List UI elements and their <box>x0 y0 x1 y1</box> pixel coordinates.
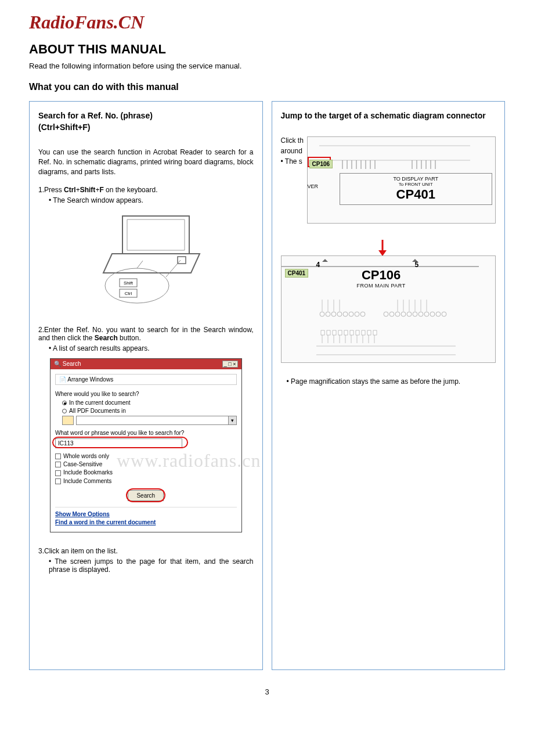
right-card-title: Jump to the target of a schematic diagra… <box>281 110 496 122</box>
cp106-big-label: CP106 <box>357 268 406 283</box>
step2-prefix: 2.Enter the Ref. No. you want to search … <box>38 326 254 342</box>
svg-rect-75 <box>344 330 348 335</box>
page-num-4: 4 <box>316 261 320 269</box>
what-search-label: What word or phrase would you like to se… <box>55 430 237 436</box>
find-word-link[interactable]: Find a word in the current document <box>55 519 237 525</box>
step1-suffix: on the keyboard. <box>104 186 158 194</box>
two-column-layout: www.radiofans.cn Search for a Ref. No. (… <box>29 101 505 670</box>
svg-point-38 <box>384 312 388 316</box>
svg-rect-72 <box>327 330 330 335</box>
schematic-illustration: Click th ed box around • The s <box>281 136 496 369</box>
svg-point-30 <box>320 312 324 316</box>
radio-current-doc[interactable]: In the current document <box>62 399 237 406</box>
check-whole-words[interactable]: Whole words only <box>55 453 237 459</box>
svg-point-48 <box>442 312 446 316</box>
search-button-wrap: Search <box>55 490 237 501</box>
overlay-the-s: • The s <box>281 157 302 165</box>
to-front-unit: To FRONT UNIT <box>342 182 490 187</box>
diagram-shift-label: Shift <box>124 280 134 286</box>
left-title-line1: Search for a Ref. No. (phrase) <box>38 111 153 120</box>
main-heading: ABOUT THIS MANUAL <box>29 42 505 57</box>
step1-prefix: 1.Press <box>38 186 64 194</box>
svg-point-41 <box>401 312 406 316</box>
svg-rect-79 <box>367 330 371 335</box>
step1-plus1: + <box>76 186 80 194</box>
arrange-windows[interactable]: 📄 Arrange Windows <box>55 374 237 385</box>
search-button[interactable]: Search <box>128 490 164 501</box>
svg-rect-77 <box>356 330 359 335</box>
svg-point-31 <box>326 312 330 316</box>
svg-point-45 <box>424 312 429 316</box>
step-3: 3.Click an item on the list. <box>38 547 254 555</box>
left-title-line2: (Ctrl+Shift+F) <box>38 123 90 132</box>
svg-rect-71 <box>321 330 324 335</box>
check-comments[interactable]: Include Comments <box>55 478 237 484</box>
left-card-title: Search for a Ref. No. (phrase) (Ctrl+Shi… <box>38 110 254 133</box>
svg-rect-80 <box>373 330 377 335</box>
search-body: 📄 Arrange Windows Where would you like t… <box>50 369 241 532</box>
divider <box>55 507 237 507</box>
left-column: www.radiofans.cn Search for a Ref. No. (… <box>29 101 263 670</box>
checkbox-icon <box>55 453 61 459</box>
step1-key-f: F <box>99 186 103 194</box>
cp401-bottom-label[interactable]: CP401 <box>285 269 309 278</box>
step-2: 2.Enter the Ref. No. you want to search … <box>38 326 254 342</box>
right-bullet: Page magnification stays the same as bef… <box>287 377 496 386</box>
step2-suffix: button. <box>118 334 141 342</box>
ver-label: VER <box>308 183 319 189</box>
search-titlebar: 🔍 Search _ □ × <box>50 359 241 369</box>
svg-point-36 <box>355 312 359 316</box>
folder-icon <box>62 416 74 425</box>
check-case-sensitive[interactable]: Case-Sensitive <box>55 461 237 467</box>
to-display-part: TO DISPLAY PART <box>342 176 490 182</box>
page-number: 3 <box>29 687 505 696</box>
svg-point-46 <box>430 312 435 316</box>
search-input-wrap: IC113 <box>55 438 237 448</box>
svg-point-47 <box>436 312 441 316</box>
svg-point-39 <box>389 312 394 316</box>
svg-line-6 <box>166 260 181 277</box>
svg-point-40 <box>395 312 400 316</box>
search-title-text: 🔍 Search <box>54 361 81 367</box>
step-1: 1.Press Ctrl+Shift+F on the keyboard. <box>38 186 254 194</box>
right-column: Jump to the target of a schematic diagra… <box>272 101 506 670</box>
svg-marker-1 <box>127 219 185 250</box>
site-logo: RadioFans.CN <box>29 12 505 33</box>
chevron-down-icon: ▾ <box>228 416 236 424</box>
svg-line-5 <box>137 261 143 268</box>
search-text-input[interactable]: IC113 <box>55 438 182 448</box>
overlay-click-th: Click th <box>281 136 304 145</box>
svg-rect-74 <box>338 330 342 335</box>
checkbox-icon <box>55 478 61 484</box>
step2-bold: Search <box>95 334 118 342</box>
cp106-target-box: CP106 FROM MAIN PART <box>357 268 406 289</box>
schematic-bottom: 4 5 <box>281 255 496 363</box>
svg-marker-0 <box>122 216 189 254</box>
window-buttons[interactable]: _ □ × <box>222 361 238 368</box>
svg-point-44 <box>418 312 423 316</box>
step1-key-ctrl: Ctrl <box>64 186 76 194</box>
svg-point-33 <box>337 312 342 316</box>
svg-point-35 <box>349 312 353 316</box>
svg-point-34 <box>343 312 348 316</box>
cp106-label[interactable]: CP106 <box>309 160 333 168</box>
diagram-ctrl-label: Ctrl <box>125 291 132 296</box>
search-location-dropdown[interactable]: ▾ <box>62 416 237 425</box>
svg-point-32 <box>331 312 336 316</box>
show-more-link[interactable]: Show More Options <box>55 511 237 517</box>
display-target-box: TO DISPLAY PART To FRONT UNIT CP401 <box>340 173 493 205</box>
check-bookmarks[interactable]: Include Bookmarks <box>55 469 237 476</box>
red-highlight-rect-icon: CP106 <box>308 157 331 167</box>
step2-bullet: A list of search results appears. <box>49 344 254 352</box>
cp401-big-label: CP401 <box>342 187 490 202</box>
section-heading: What you can do with this manual <box>29 82 505 92</box>
search-window: 🔍 Search _ □ × 📄 Arrange Windows Where w… <box>50 358 242 532</box>
step1-bullet: The Search window appears. <box>49 196 254 204</box>
radio-all-docs[interactable]: All PDF Documents in <box>62 408 237 414</box>
laptop-svg: Shift Ctrl <box>88 210 204 309</box>
page-num-5: 5 <box>415 261 419 269</box>
schematic-top: CP106 VER TO DISPLAY PART To FRONT UNIT … <box>307 136 496 224</box>
svg-point-37 <box>360 312 365 316</box>
intro-text: Read the following information before us… <box>29 62 505 70</box>
step3-bullet: The screen jumps to the page for that it… <box>49 557 254 574</box>
